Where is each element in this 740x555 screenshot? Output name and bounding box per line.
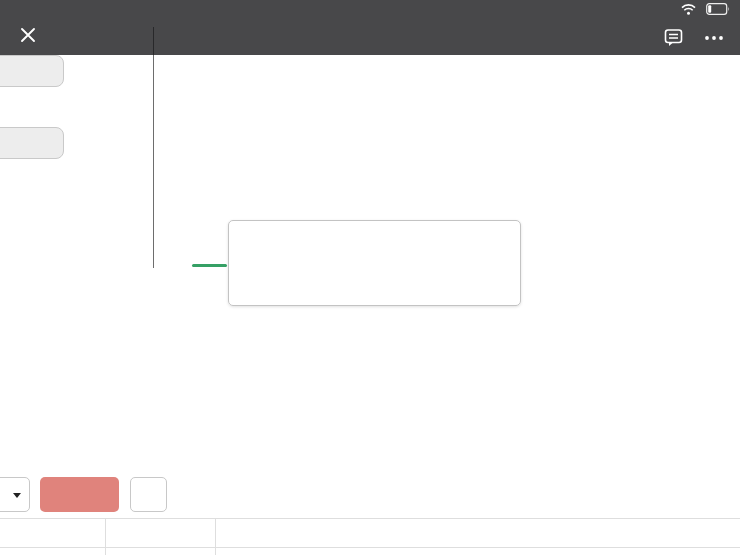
left-cutoff-field-2[interactable] bbox=[0, 127, 64, 159]
wifi-icon bbox=[681, 4, 696, 15]
comment-icon[interactable] bbox=[663, 27, 684, 48]
chart-tooltip bbox=[228, 220, 521, 306]
close-icon[interactable] bbox=[20, 27, 36, 43]
chevron-down-icon bbox=[13, 493, 21, 498]
y-axis-line bbox=[153, 27, 154, 268]
table-header-bottom-border bbox=[0, 547, 740, 548]
table-column-separator bbox=[215, 518, 216, 555]
moisture-line-series bbox=[192, 264, 227, 267]
status-bar-right bbox=[681, 3, 730, 15]
table-column-separator bbox=[105, 518, 106, 555]
settings-gear-button[interactable] bbox=[130, 477, 167, 512]
battery-icon bbox=[706, 3, 730, 15]
left-cutoff-field-1[interactable] bbox=[0, 55, 64, 87]
table-top-border bbox=[0, 518, 740, 519]
delete-button[interactable] bbox=[40, 477, 119, 512]
dropdown-button[interactable] bbox=[0, 477, 30, 512]
viewer-header bbox=[0, 0, 740, 55]
more-options-icon[interactable] bbox=[704, 35, 724, 41]
screen bbox=[0, 0, 740, 555]
